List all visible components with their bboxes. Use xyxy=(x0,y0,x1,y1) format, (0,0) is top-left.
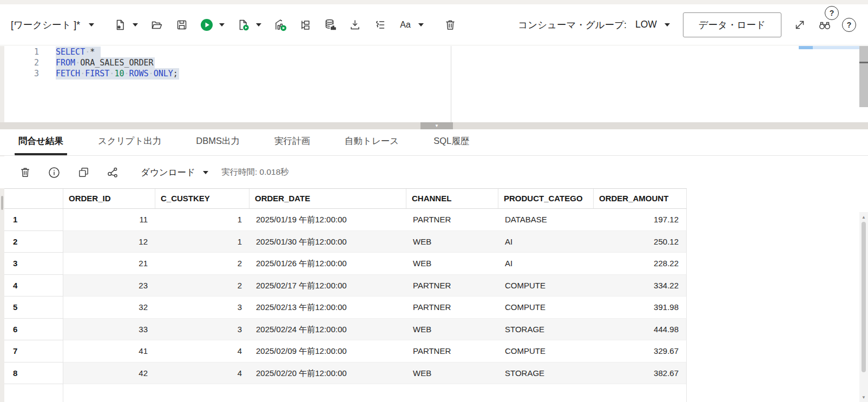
share-results-button[interactable] xyxy=(105,165,120,180)
table-cell[interactable]: STORAGE xyxy=(498,363,594,385)
clear-worksheet-button[interactable] xyxy=(443,17,458,32)
table-cell[interactable]: 391.98 xyxy=(594,296,687,319)
table-cell[interactable]: AI xyxy=(498,231,594,253)
table-cell[interactable]: 2 xyxy=(155,253,249,275)
row-number-cell[interactable]: 1 xyxy=(4,209,63,231)
help-button[interactable]: ? xyxy=(842,18,856,32)
row-number-cell[interactable] xyxy=(4,384,63,402)
tab-autotrace[interactable]: 自動トレース xyxy=(341,129,403,155)
table-cell[interactable]: 42 xyxy=(63,363,155,385)
splitter-collapse-handle[interactable]: ▼ xyxy=(420,122,453,129)
table-cell[interactable]: 2025/02/09 午前12:00:00 xyxy=(249,340,406,363)
table-cell[interactable] xyxy=(63,384,155,402)
table-cell[interactable]: COMPUTE xyxy=(498,275,594,297)
header-cell-order_date[interactable]: ORDER_DATE xyxy=(249,189,406,208)
row-number-cell[interactable]: 5 xyxy=(4,296,63,319)
left-splitter-grip[interactable] xyxy=(1,196,3,210)
table-cell[interactable]: 32 xyxy=(63,296,155,319)
font-size-menu-button[interactable] xyxy=(417,17,425,32)
table-cell[interactable] xyxy=(406,384,498,402)
table-cell[interactable]: 11 xyxy=(63,209,155,231)
tab-sql-history[interactable]: SQL履歴 xyxy=(430,129,473,155)
table-cell[interactable]: 41 xyxy=(63,340,155,363)
table-cell[interactable]: 2025/02/20 午前12:00:00 xyxy=(249,363,406,385)
table-cell[interactable]: 23 xyxy=(63,275,155,297)
table-cell[interactable] xyxy=(155,384,249,402)
worksheet-selector[interactable]: [ワークシート ]* xyxy=(11,18,94,31)
table-cell[interactable] xyxy=(249,384,406,402)
header-cell-order_amount[interactable]: ORDER_AMOUNT xyxy=(594,189,687,208)
tab-dbms-output[interactable]: DBMS出力 xyxy=(192,129,244,155)
table-cell[interactable]: 4 xyxy=(155,340,249,363)
table-cell[interactable]: 21 xyxy=(63,253,155,275)
header-cell-channel[interactable]: CHANNEL xyxy=(406,189,498,208)
table-cell[interactable]: PARTNER xyxy=(406,340,498,363)
row-number-cell[interactable]: 7 xyxy=(4,340,63,363)
table-cell[interactable]: 2025/01/26 午前12:00:00 xyxy=(249,253,406,275)
table-cell[interactable]: DATABASE xyxy=(498,209,594,231)
explain-plan-button[interactable] xyxy=(273,17,288,32)
scroll-up-button[interactable]: ▲ xyxy=(859,213,868,221)
table-cell[interactable]: COMPUTE xyxy=(498,296,594,319)
table-cell[interactable]: WEB xyxy=(406,231,498,253)
code-line[interactable]: FETCH·FIRST·10·ROWS·ONLY; xyxy=(56,68,179,79)
sql-history-button[interactable] xyxy=(323,17,338,32)
table-cell[interactable]: WEB xyxy=(406,363,498,385)
table-cell[interactable]: PARTNER xyxy=(406,296,498,319)
table-cell[interactable]: 329.67 xyxy=(594,340,687,363)
table-cell[interactable]: COMPUTE xyxy=(498,340,594,363)
table-cell[interactable]: 2025/02/24 午前12:00:00 xyxy=(249,319,406,341)
chevron-down-icon[interactable] xyxy=(203,171,208,174)
format-button[interactable] xyxy=(372,17,387,32)
table-cell[interactable]: 1 xyxy=(155,231,249,253)
editor-scrollbar-thumb[interactable] xyxy=(859,62,868,63)
table-cell[interactable]: 4 xyxy=(155,363,249,385)
editor-code[interactable]: SELECT·* FROM·ORA_SALES_ORDERFETCH·FIRST… xyxy=(56,47,179,79)
table-cell[interactable]: WEB xyxy=(406,319,498,341)
header-cell-c_custkey[interactable]: C_CUSTKEY xyxy=(155,189,249,208)
results-help-button[interactable]: ? xyxy=(825,6,839,20)
new-worksheet-menu-button[interactable] xyxy=(131,17,140,32)
code-line[interactable]: FROM·ORA_SALES_ORDER xyxy=(56,57,179,68)
scroll-down-button[interactable]: ▼ xyxy=(859,393,868,401)
table-cell[interactable]: 2025/01/30 午前12:00:00 xyxy=(249,231,406,253)
save-button[interactable] xyxy=(174,17,189,32)
row-number-cell[interactable]: 2 xyxy=(4,231,63,253)
editor-scrollbar[interactable] xyxy=(859,46,868,107)
row-number-cell[interactable]: 4 xyxy=(4,275,63,297)
left-panel-splitter[interactable] xyxy=(0,46,4,402)
code-line[interactable]: SELECT·* xyxy=(56,47,179,57)
data-load-button[interactable]: データ・ロード xyxy=(683,12,781,37)
results-scrollbar[interactable]: ▲ ▼ xyxy=(859,212,868,402)
table-cell[interactable]: AI xyxy=(498,253,594,275)
row-number-cell[interactable]: 3 xyxy=(4,253,63,275)
row-number-cell[interactable]: 8 xyxy=(4,363,63,385)
header-corner-cell[interactable] xyxy=(4,189,63,208)
results-info-button[interactable] xyxy=(47,165,62,180)
new-worksheet-button[interactable] xyxy=(113,17,128,32)
horizontal-splitter[interactable]: ▼ xyxy=(0,122,868,129)
header-cell-order_id[interactable]: ORDER_ID xyxy=(63,189,155,208)
header-cell-product_catego[interactable]: PRODUCT_CATEGO xyxy=(498,189,594,208)
run-script-button[interactable] xyxy=(236,17,251,32)
table-cell[interactable] xyxy=(498,384,594,402)
table-cell[interactable]: 3 xyxy=(155,296,249,319)
table-cell[interactable]: 2025/02/17 午前12:00:00 xyxy=(249,275,406,297)
table-cell[interactable]: 1 xyxy=(155,209,249,231)
run-statement-button[interactable] xyxy=(199,17,214,32)
table-cell[interactable]: 250.12 xyxy=(594,231,687,253)
table-cell[interactable]: 2025/02/13 午前12:00:00 xyxy=(249,296,406,319)
table-cell[interactable]: 33 xyxy=(63,319,155,341)
autotrace-button[interactable] xyxy=(298,17,313,32)
table-cell[interactable]: 2025/01/19 午前12:00:00 xyxy=(249,209,406,231)
table-cell[interactable] xyxy=(594,384,687,402)
table-cell[interactable]: STORAGE xyxy=(498,319,594,341)
clear-results-button[interactable] xyxy=(17,165,32,180)
tab-query-result[interactable]: 問合せ結果 xyxy=(15,129,67,155)
download-editor-button[interactable] xyxy=(347,17,363,32)
run-menu-button[interactable] xyxy=(218,17,226,32)
results-scrollbar-thumb[interactable] xyxy=(862,222,866,372)
table-cell[interactable]: 382.67 xyxy=(594,363,687,385)
row-number-cell[interactable]: 6 xyxy=(4,319,63,341)
table-cell[interactable]: 12 xyxy=(63,231,155,253)
